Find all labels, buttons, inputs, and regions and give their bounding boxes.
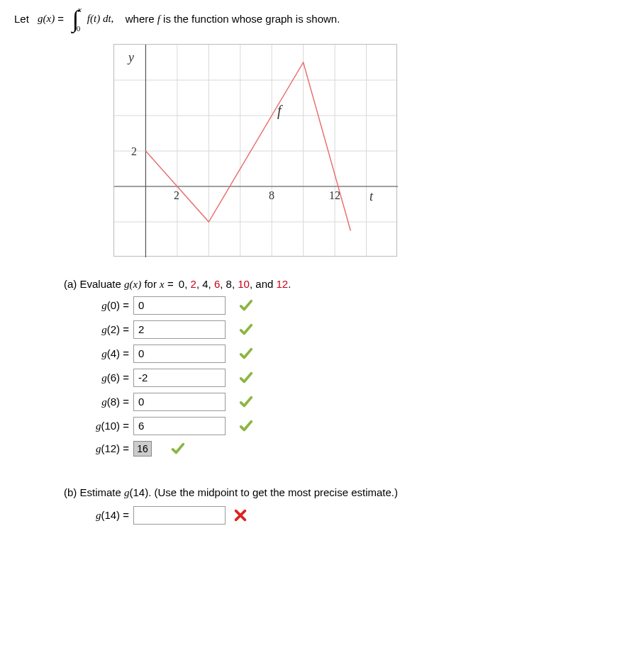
check-icon [238,298,254,313]
prompt-equals: = [57,13,64,25]
function-graph: y 2 2 8 12 t f [113,44,397,257]
cross-icon [233,508,248,523]
function-curve [145,62,350,231]
answer-input[interactable] [133,296,226,315]
answer-input[interactable] [133,320,226,339]
prompt-tail: where f is the function whose graph is s… [126,13,340,26]
part-a-lead: (a) Evaluate [64,278,124,290]
prompt-lead: Let [14,13,29,25]
answer-label: g(8) = [78,396,129,408]
answer-row-g14: g(14) = [78,506,603,525]
answer-label-g14: g(14) = [78,509,129,522]
y-axis-label: y [127,50,134,65]
answer-input-g14[interactable] [133,506,226,525]
check-icon [238,418,254,434]
prompt-gx: g(x) [38,13,55,25]
answer-input[interactable] [133,345,226,363]
answers-list: g(0) =g(2) =g(4) =g(6) =g(8) =g(10) = [14,296,603,435]
problem-prompt: Let g(x) = x ∫ 0 f(t) dt, where f is the… [14,7,603,31]
answer-row: g(4) = [78,345,603,363]
y-tick-2: 2 [131,145,137,157]
part-b-text: (b) Estimate g(14). (Use the midpoint to… [64,486,398,498]
f-label: f [277,103,283,119]
answer-label: g(4) = [78,347,129,360]
answer-row: g(10) = [78,417,603,435]
answer-label: g(10) = [78,420,129,432]
check-icon [238,394,254,410]
check-icon [238,322,254,337]
part-a-vals: 0, 2, 4, 6, 8, 10, and 12. [179,278,291,290]
x-tick-2: 2 [174,189,179,201]
part-a-gx: g(x) [124,279,141,290]
integrand: f(t) dt, [87,13,114,25]
static-answer-g12: 16 [133,441,152,457]
answer-row: g(0) = [78,296,603,315]
answer-input[interactable] [133,417,226,435]
answer-label: g(6) = [78,371,129,384]
part-a-for: for [144,278,160,290]
integral-symbol: x ∫ 0 [70,7,82,31]
x-tick-8: 8 [269,189,274,201]
answer-label: g(0) = [78,299,129,312]
graph-svg: y 2 2 8 12 t f [114,45,398,257]
x-tick-12: 12 [329,189,340,201]
answer-input[interactable] [133,393,226,411]
part-a-xeq: x [160,279,165,290]
answer-row: g(2) = [78,320,603,339]
t-axis-label: t [369,189,374,203]
part-b-prompt: (b) Estimate g(14). (Use the midpoint to… [64,486,603,499]
answer-row-g12: g(12) = 16 [78,441,603,457]
check-icon [238,370,254,386]
part-a-prompt: (a) Evaluate g(x) for x = 0, 2, 4, 6, 8,… [64,278,603,291]
answer-row: g(8) = [78,393,603,411]
graph-container: y 2 2 8 12 t f [113,44,603,257]
integral-lower: 0 [77,26,81,31]
answer-row: g(6) = [78,369,603,387]
answer-label-g12: g(12) = [78,442,129,455]
answer-input[interactable] [133,369,226,387]
check-icon [170,441,186,457]
answer-label: g(2) = [78,323,129,336]
check-icon [238,346,254,362]
